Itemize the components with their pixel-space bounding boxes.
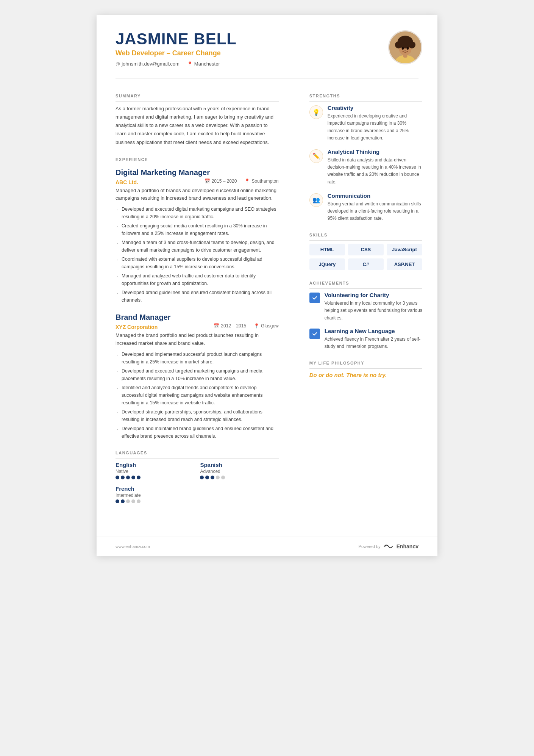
skill-aspnet: ASP.NET bbox=[387, 258, 422, 270]
experience-section: EXPERIENCE Digital Marketing Manager ABC… bbox=[116, 157, 279, 440]
bullet-item: Developed brand guidelines and ensured c… bbox=[116, 289, 279, 304]
calendar-icon: 📅 bbox=[214, 323, 219, 329]
achievement-language: Learning a New Language Achieved fluency… bbox=[309, 328, 422, 350]
location-contact: 📍 Manchester bbox=[187, 61, 220, 67]
job-entry-2: Brand Manager XYZ Corporation 📅 2012 – 2… bbox=[116, 313, 279, 440]
communication-icon: 👥 bbox=[312, 196, 320, 203]
location-value: Manchester bbox=[194, 61, 220, 67]
brand-name: Enhancv bbox=[397, 543, 418, 549]
dot bbox=[200, 476, 204, 479]
strengths-header: STRENGTHS bbox=[309, 94, 422, 102]
job-dates-2: 📅 2012 – 2015 bbox=[214, 323, 246, 329]
philosophy-section: MY LIFE PHILOSOPHY Do or do not. There i… bbox=[309, 361, 422, 378]
dot bbox=[126, 476, 130, 479]
pin-icon: 📍 bbox=[244, 178, 250, 184]
skills-section: SKILLS HTML CSS JavaScript JQuery C# ASP… bbox=[309, 233, 422, 270]
avatar bbox=[388, 30, 422, 64]
svg-point-5 bbox=[395, 41, 402, 49]
language-english: English Native bbox=[116, 462, 194, 479]
language-spanish: Spanish Advanced bbox=[200, 462, 278, 479]
creativity-icon: 💡 bbox=[312, 109, 320, 116]
dot bbox=[121, 476, 125, 479]
achievements-section: ACHIEVEMENTS Volunteering for Charity Vo… bbox=[309, 281, 422, 350]
job-meta-1: 📅 2015 – 2020 📍 Southampton bbox=[205, 178, 279, 184]
footer-url: www.enhancv.com bbox=[116, 544, 150, 549]
skill-html: HTML bbox=[309, 244, 345, 255]
strength-communication: 👥 Communication Strong verbal and writte… bbox=[309, 193, 422, 222]
dot bbox=[131, 476, 135, 479]
dot bbox=[131, 499, 135, 503]
contact-info: @ johnsmith.dev@gmail.com 📍 Manchester bbox=[116, 61, 237, 67]
analytical-title: Analytical Thinking bbox=[328, 149, 422, 155]
job-title-2: Brand Manager bbox=[116, 313, 279, 322]
bullet-item: Developed and maintained brand guideline… bbox=[116, 425, 279, 440]
email-value: johnsmith.dev@gmail.com bbox=[122, 61, 180, 67]
bullet-item: Developed and implemented successful pro… bbox=[116, 351, 279, 366]
resume-page: JASMINE BELL Web Developer – Career Chan… bbox=[97, 15, 437, 556]
dot bbox=[137, 476, 141, 479]
footer-right: Powered by Enhancv bbox=[359, 543, 418, 550]
bullet-item: Created engaging social media content re… bbox=[116, 222, 279, 237]
skill-csharp: C# bbox=[348, 258, 384, 270]
skill-jquery: JQuery bbox=[309, 258, 345, 270]
philosophy-text: Do or do not. There is no try. bbox=[309, 372, 422, 378]
dot bbox=[205, 476, 209, 479]
job-title: Web Developer – Career Change bbox=[116, 49, 237, 57]
company-2: XYZ Corporation bbox=[116, 324, 158, 330]
bullet-item: Developed strategic partnerships, sponso… bbox=[116, 408, 279, 423]
footer: www.enhancv.com Powered by Enhancv bbox=[97, 537, 437, 556]
creativity-title: Creativity bbox=[328, 105, 422, 111]
summary-header: SUMMARY bbox=[116, 94, 279, 102]
dot bbox=[121, 499, 125, 503]
summary-text: As a former marketing professional with … bbox=[116, 105, 279, 146]
email-contact: @ johnsmith.dev@gmail.com bbox=[116, 61, 180, 67]
experience-header: EXPERIENCE bbox=[116, 157, 279, 165]
communication-icon-wrap: 👥 bbox=[309, 193, 323, 207]
job-desc-2: Managed the brand portfolio and led prod… bbox=[116, 332, 279, 347]
check-icon bbox=[312, 295, 317, 301]
dot bbox=[211, 476, 214, 479]
bullet-item: Managed a team of 3 and cross-functional… bbox=[116, 239, 279, 254]
volunteering-check bbox=[309, 293, 320, 303]
skills-grid: HTML CSS JavaScript JQuery C# ASP.NET bbox=[309, 244, 422, 270]
job-dates-1: 📅 2015 – 2020 bbox=[205, 178, 237, 184]
left-column: SUMMARY As a former marketing profession… bbox=[97, 78, 294, 529]
job-bullets-1: Developed and executed digital marketing… bbox=[116, 205, 279, 304]
languages-header: LANGUAGES bbox=[116, 451, 279, 459]
strength-communication-text: Communication Strong verbal and written … bbox=[328, 193, 422, 222]
email-icon: @ bbox=[116, 61, 120, 67]
strength-analytical: ✏️ Analytical Thinking Skilled in data a… bbox=[309, 149, 422, 186]
job-bullets-2: Developed and implemented successful pro… bbox=[116, 351, 279, 440]
job-meta-2: 📅 2012 – 2015 📍 Glasgow bbox=[214, 323, 278, 329]
creativity-desc: Experienced in developing creative and i… bbox=[328, 113, 422, 142]
dot bbox=[221, 476, 225, 479]
analytical-icon: ✏️ bbox=[312, 152, 320, 160]
philosophy-header: MY LIFE PHILOSOPHY bbox=[309, 361, 422, 369]
job-location-2: 📍 Glasgow bbox=[254, 323, 279, 329]
creativity-icon-wrap: 💡 bbox=[309, 105, 323, 119]
communication-desc: Strong verbal and written communication … bbox=[328, 200, 422, 222]
strength-creativity-text: Creativity Experienced in developing cre… bbox=[328, 105, 422, 142]
skill-css: CSS bbox=[348, 244, 384, 255]
bullet-item: Identified and analyzed digital trends a… bbox=[116, 384, 279, 407]
job-location-1: 📍 Southampton bbox=[244, 178, 278, 184]
bullet-item: Developed and executed targeted marketin… bbox=[116, 367, 279, 382]
language-french: French Intermediate bbox=[116, 485, 194, 503]
svg-point-10 bbox=[404, 50, 406, 51]
strength-analytical-text: Analytical Thinking Skilled in data anal… bbox=[328, 149, 422, 186]
header-text: JASMINE BELL Web Developer – Career Chan… bbox=[116, 30, 237, 67]
svg-point-6 bbox=[408, 41, 415, 49]
language-achievement-text: Learning a New Language Achieved fluency… bbox=[325, 328, 422, 350]
volunteering-title: Volunteering for Charity bbox=[325, 292, 422, 298]
bullet-item: Managed and analyzed web traffic and cus… bbox=[116, 272, 279, 287]
summary-section: SUMMARY As a former marketing profession… bbox=[116, 94, 279, 146]
dot bbox=[137, 499, 141, 503]
achievement-volunteering: Volunteering for Charity Volunteered in … bbox=[309, 292, 422, 322]
svg-point-9 bbox=[407, 47, 409, 50]
company-1: ABC Ltd. bbox=[116, 179, 138, 185]
strength-creativity: 💡 Creativity Experienced in developing c… bbox=[309, 105, 422, 142]
header: JASMINE BELL Web Developer – Career Chan… bbox=[97, 15, 437, 78]
dot bbox=[126, 499, 130, 503]
dot bbox=[116, 499, 119, 503]
language-check bbox=[309, 329, 320, 339]
